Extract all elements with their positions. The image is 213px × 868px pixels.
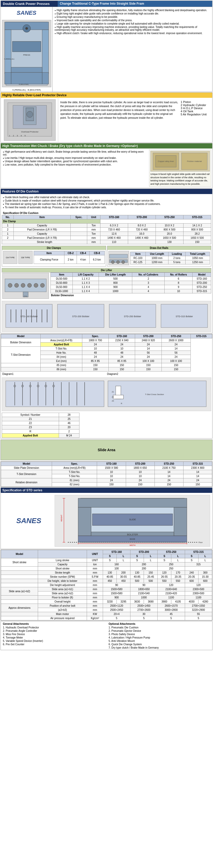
- svg-text:PRESS: PRESS: [23, 54, 30, 56]
- attach-item-1: 1. Hydraulic Overload Protector: [3, 626, 104, 629]
- opt-attach-item-3: 3. Photo Safety Device: [109, 632, 210, 636]
- table-row: 2 Pad Dimension (LR X FB) mm 720 X 460 7…: [2, 228, 211, 232]
- svg-point-18: [27, 111, 33, 118]
- clutch-item-4: Low noise, zero pollution, fully complie…: [3, 163, 146, 166]
- svg-text:WIDTH: WIDTH: [129, 544, 135, 546]
- attachments-columns: General Attachments 1. Hydraulic Overloa…: [1, 621, 212, 650]
- clutch-bullets: High performance and efficiency wet clut…: [2, 150, 147, 187]
- svg-point-37: [14, 283, 19, 287]
- svg-text:HEIGHT: HEIGHT: [61, 515, 62, 522]
- col-item: Item: [13, 215, 71, 219]
- slide-area: Slide Area: [1, 440, 212, 460]
- opt-attach-item-7: 7. Dry type clutch / Brake Made in Germa…: [109, 646, 210, 649]
- feature-item-3: Ensuring high accuracy manufacturing to …: [55, 15, 210, 19]
- overload-description: Inside the slide, there is one precise h…: [59, 99, 180, 141]
- table-row: δ6 (mm) 150 150 150 150: [1, 367, 212, 372]
- feature-item-6: High quality machine accuracy improving …: [55, 25, 210, 32]
- table-row: Short stroke Long stroke UNIT S L S L S …: [1, 558, 212, 562]
- col-no: No.: [2, 215, 14, 219]
- header-section: Double Crank Power Presses Change Tradit…: [1, 1, 212, 92]
- svg-text:Z3: Z3: [112, 400, 114, 402]
- svg-text:Copper alloy liner: Copper alloy liner: [158, 160, 174, 162]
- svg-rect-86: [78, 498, 187, 507]
- table-row: Z2 46: [2, 421, 80, 425]
- attach-item-2: 2. Pneumatic Angle Controller: [3, 629, 104, 632]
- die-clamps-content: CA TYPE CB TYPE Item CB-2 CB-4 CB-8: [2, 250, 106, 265]
- draw-out-header: Draw-Out Rails: [108, 246, 211, 250]
- svg-point-32: [111, 260, 114, 264]
- machine-dims: S (PARALLEL) B (BOLSTER): [1, 88, 52, 92]
- die-cushion-item-2: Guide block is made of medium carbon ste…: [3, 199, 210, 202]
- table-row: Stroke number (SPM) S.P.M 40-85 30-55 40…: [1, 575, 212, 579]
- svg-point-8: [25, 27, 28, 30]
- clutch-item-1: High performance and efficiency wet clut…: [3, 150, 146, 156]
- feature-item-5: Large side opening for simple installati…: [55, 22, 210, 25]
- diagram2-label: Diagram2: [106, 372, 211, 376]
- col-unit: Unit: [87, 215, 100, 219]
- table-row: 1 Capacity Ton 12.6 16.0 20.0 28.2: [2, 232, 211, 236]
- main-subtitle: Change Traditional C-Type Frame Into Str…: [58, 1, 212, 7]
- clamp-images: CA TYPE CB TYPE: [3, 251, 33, 264]
- optional-attach-title: Optional Attachments: [109, 622, 210, 626]
- clutch-item-3: Unique design allows faster intermittent…: [3, 160, 146, 163]
- draw-out-content: Item Use Length Loading Total Length RC-…: [108, 250, 211, 266]
- table-row: Stroke length mm 130 200 130 150 120 170…: [1, 571, 212, 575]
- copper-alloy-image: Copper alloy liner Friction material: [150, 151, 210, 172]
- die-cushion-spec-header: Specification Of Die Cushion: [2, 211, 211, 215]
- die-cushion-header: Features Of Die Cushion: [1, 189, 212, 194]
- svg-text:B (BOLSTER): B (BOLSTER): [19, 84, 29, 85]
- table-row: T-Slot Dimension T-Slot No. 10 10 14 14: [1, 470, 212, 474]
- table-row: Short stroke mm 100 200 250: [1, 567, 212, 571]
- svg-text:S (PARALLEL): S (PARALLEL): [4, 58, 14, 60]
- main-spec-table: Model UNIT STD-160 STD-200 STD-250 STD-3…: [1, 550, 212, 620]
- table-row: 1 Capacity Ton 6.3 X 2 8.0 X 2 10.0 X 2 …: [2, 223, 211, 228]
- bolster-dim-label: Bolster Dimension: [51, 293, 211, 297]
- die-cushion-item-4: To meet the needs of automatic multi-op.…: [3, 206, 210, 209]
- die-lifter-image: CYL: [2, 273, 49, 299]
- die-cushion-section: Features Of Die Cushion Guide block bush…: [1, 189, 212, 333]
- col-spec: Spec.: [71, 215, 87, 219]
- overload-item-3: 3 H.O.L.P Device: [181, 106, 210, 110]
- svg-rect-5: [11, 67, 42, 72]
- table-row: Air pressure required Kg/cm² 5 5 5 5: [1, 616, 212, 620]
- opt-attach-item-2: 2. Pneumatic Ejector Device: [109, 629, 210, 632]
- die-clamps-header: Die Clamps: [2, 246, 106, 250]
- die-clamps-box: Die Clamps CA TYPE CB TYPE Item CB-2 CB-…: [2, 246, 106, 267]
- attach-item-6: 6. Pre-Set Counter: [3, 643, 104, 646]
- diagram-labels: Diagram1 Diagram2: [1, 372, 212, 376]
- svg-rect-87: [78, 507, 91, 536]
- clutch-note: Copper alloy liner Friction material Uni…: [149, 150, 211, 187]
- opt-attach-item-5: 5. Anti-Vibration Mount: [109, 639, 210, 643]
- svg-text:Floor: Floor: [199, 541, 203, 543]
- table-row: Clamping Force 2 ton 4 ton 6.3 ton: [34, 255, 105, 264]
- clutch-section: High Transmission Wet Chuck / Brake (Dry…: [1, 143, 212, 188]
- spec-machine-diagram: HEIGHT WIDTH SLIDE BOLSTER BASE Floor: [55, 495, 210, 547]
- svg-text:Z1: Z1: [112, 391, 114, 393]
- col-std200: STD-200: [128, 215, 156, 219]
- diagram1-section: Model Spec. STD-160 STD-200 STD-250 STD-…: [1, 334, 212, 438]
- applied-bolt-label: Applied Bolt: [41, 343, 82, 347]
- clutch-header: High Transmission Wet Chuck / Brake (Dry…: [1, 143, 212, 149]
- col-std250: STD-250: [156, 215, 183, 219]
- table-row: Die height adjustment mm 90 90 120 120: [1, 583, 212, 587]
- table-row: DL50-1000 1.1 X 4 1000 4 10 STD-315: [51, 289, 211, 293]
- general-attach-title: General Attachments: [3, 622, 104, 626]
- table-row: Z1 25: [2, 417, 80, 421]
- table-row: Stroke length mm 110 130 150: [2, 240, 211, 244]
- svg-text:2: 2: [13, 135, 14, 136]
- svg-text:BASE: BASE: [130, 538, 135, 540]
- table-row: Slide Plate Dimension Area (mm)(LR×FB) 1…: [1, 466, 212, 470]
- table-row: Symbol / Number 28: [2, 413, 80, 417]
- die-cushion-item-3: The standard air spring type die cushion…: [3, 202, 210, 206]
- overload-section: Highly Reliable Over-Load Protector Devi…: [1, 92, 212, 143]
- col-std160: STD-160: [100, 215, 128, 219]
- svg-rect-3: [42, 30, 49, 74]
- spec-header-area: SANES: [1, 493, 212, 549]
- die-lifter-table: Item Lift Capacity Die Lifter Length No.…: [51, 273, 211, 293]
- clamp-cb-type: CB TYPE: [19, 251, 33, 264]
- applied-bolt-row-2: Applied Bolt M 24: [2, 434, 80, 438]
- svg-rect-4: [12, 41, 41, 52]
- svg-text:STD-200 Bolster: STD-200 Bolster: [72, 315, 89, 318]
- svg-text:5: 5: [25, 135, 26, 136]
- feature-item-1: High rigidity frame structure eliminatin…: [55, 8, 210, 12]
